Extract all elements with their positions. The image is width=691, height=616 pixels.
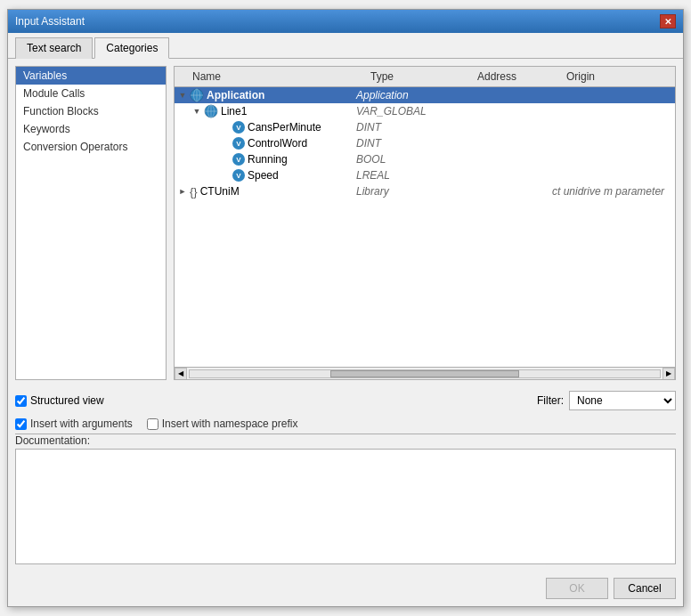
cancel-button[interactable]: Cancel	[614, 578, 676, 599]
tree-row[interactable]: V ControlWord DINT	[175, 135, 675, 151]
collapse-icon[interactable]: ▼	[176, 89, 189, 101]
horizontal-scrollbar[interactable]: ◀ ▶	[175, 367, 675, 379]
expand-icon[interactable]: ►	[176, 185, 189, 198]
window-title: Input Assistant	[15, 15, 85, 28]
sidebar-item-variables[interactable]: Variables	[16, 67, 166, 85]
structured-view-container: Structured view	[15, 394, 104, 407]
tree-row[interactable]: V CansPerMinute DINT	[175, 119, 675, 135]
tree-row[interactable]: ▼ Application Application	[175, 87, 675, 103]
insert-namespace-label[interactable]: Insert with namespace prefix	[147, 417, 298, 430]
var-icon: V	[232, 169, 245, 182]
tree-cell-type: LREAL	[353, 169, 459, 182]
tree-header: Name Type Address Origin	[175, 67, 675, 87]
filter-area: Filter: None Variables Functions FBs	[537, 391, 676, 410]
col-header-origin: Origin	[561, 69, 675, 85]
node-label: CansPerMinute	[248, 121, 321, 134]
col-header-type: Type	[365, 69, 472, 85]
documentation-section: Documentation:	[8, 434, 683, 574]
var-icon: V	[232, 137, 245, 150]
options-bar: Insert with arguments Insert with namesp…	[8, 414, 683, 434]
tree-row[interactable]: V Speed LREAL	[175, 167, 675, 183]
var-icon: V	[232, 153, 245, 166]
main-content: Variables Module Calls Function Blocks K…	[8, 59, 683, 387]
tab-text-search[interactable]: Text search	[15, 37, 93, 59]
tree-cell-origin: ct unidrive m parameter	[549, 185, 675, 198]
tree-cell-type: DINT	[353, 121, 459, 134]
tabs-bar: Text search Categories	[8, 33, 683, 59]
tree-cell-type: BOOL	[353, 153, 459, 166]
insert-arguments-checkbox[interactable]	[15, 418, 27, 430]
node-label: Running	[248, 153, 288, 166]
filter-label: Filter:	[537, 394, 564, 407]
node-label: Line1	[221, 105, 247, 118]
tree-cell-type: Library	[353, 185, 459, 198]
scroll-right-button[interactable]: ▶	[663, 368, 675, 380]
tree-cell-type: VAR_GLOBAL	[353, 105, 459, 118]
documentation-label: Documentation:	[15, 434, 676, 447]
insert-namespace-checkbox[interactable]	[147, 418, 159, 430]
curly-brace-icon: {}	[190, 185, 198, 199]
left-panel: Variables Module Calls Function Blocks K…	[15, 66, 167, 380]
filter-select[interactable]: None Variables Functions FBs	[569, 391, 676, 410]
sidebar-item-module-calls[interactable]: Module Calls	[16, 85, 166, 102]
collapse-icon[interactable]: ▼	[191, 105, 203, 118]
ok-button[interactable]: OK	[546, 578, 608, 599]
scroll-thumb[interactable]	[330, 370, 518, 377]
buttons-bar: OK Cancel	[8, 574, 683, 606]
tree-row[interactable]: ▼ Line1 VAR_GLOBAL	[175, 103, 675, 119]
globe-icon	[190, 88, 204, 102]
sidebar-item-function-blocks[interactable]: Function Blocks	[16, 102, 166, 120]
title-bar: Input Assistant ✕	[8, 10, 683, 33]
insert-arguments-label[interactable]: Insert with arguments	[15, 417, 133, 430]
tree-cell-type: DINT	[353, 137, 459, 150]
node-label: ControlWord	[248, 137, 307, 150]
var-icon: V	[232, 121, 245, 134]
right-panel: Name Type Address Origin ▼	[174, 66, 676, 380]
main-window: Input Assistant ✕ Text search Categories…	[7, 9, 684, 607]
col-header-name: Name	[187, 69, 365, 85]
close-button[interactable]: ✕	[660, 14, 676, 28]
structured-view-checkbox[interactable]	[15, 395, 27, 407]
structured-view-label[interactable]: Structured view	[30, 394, 104, 407]
tree-row[interactable]: V Running BOOL	[175, 151, 675, 167]
sidebar-item-keywords[interactable]: Keywords	[16, 120, 166, 138]
tree-row[interactable]: ► {} CTUniM Library ct unidrive m parame…	[175, 183, 675, 199]
documentation-textarea[interactable]	[15, 449, 676, 564]
tab-categories[interactable]: Categories	[94, 37, 169, 59]
node-label: Speed	[248, 169, 279, 182]
sidebar-item-conversion-operators[interactable]: Conversion Operators	[16, 138, 166, 156]
node-label: Application	[207, 89, 264, 101]
bottom-bar: Structured view Filter: None Variables F…	[8, 387, 683, 414]
col-header-address: Address	[472, 69, 561, 85]
scroll-left-button[interactable]: ◀	[175, 368, 187, 380]
tree-cell-type: Application	[353, 89, 459, 101]
scroll-track[interactable]	[189, 369, 661, 378]
node-label: CTUniM	[200, 185, 240, 198]
tree-body[interactable]: ▼ Application Application	[175, 87, 675, 367]
globe-icon	[204, 104, 218, 118]
